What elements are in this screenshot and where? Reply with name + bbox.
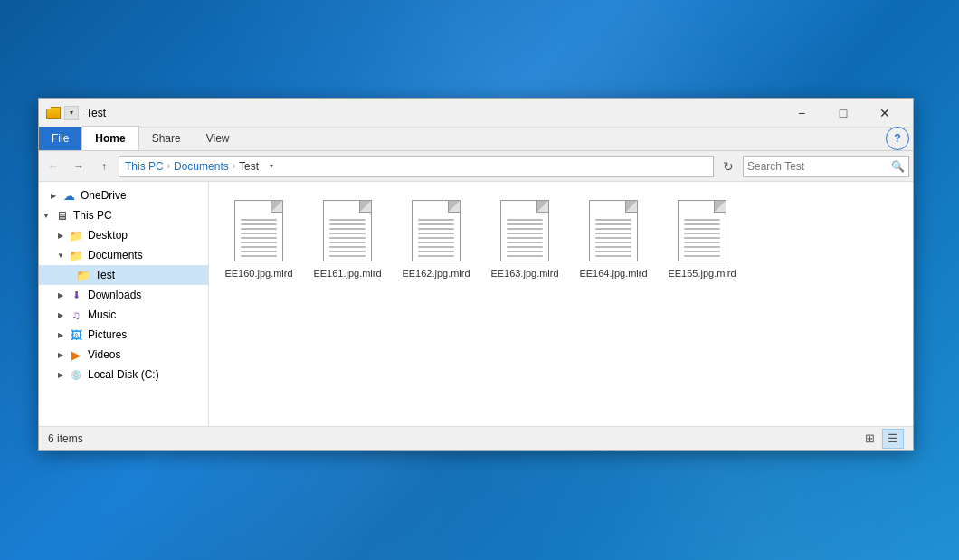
expand-icon-downloads[interactable]: ▶ [53,288,68,302]
forward-button[interactable]: → [68,156,90,177]
file-item-f2[interactable]: EE161.jpg.mlrd [307,191,388,286]
status-items-count: 6 items [48,432,859,445]
file-line [241,251,277,252]
file-icon [584,197,642,264]
expand-icon-onedrive[interactable]: ▶ [46,188,61,203]
tab-share[interactable]: Share [139,127,194,150]
file-line [241,237,277,239]
file-line [507,242,543,243]
back-button[interactable]: ← [43,156,64,177]
expand-icon-disk[interactable]: ▶ [53,367,68,382]
expand-icon-documents[interactable]: ▼ [53,248,68,262]
disk-icon: 💿 [68,367,84,382]
file-line [684,251,720,252]
tab-file[interactable]: File [39,127,81,150]
file-line [418,223,454,225]
file-line [507,251,543,252]
file-line [507,228,543,230]
sidebar-label-test: Test [95,269,115,281]
bc-test: Test [239,160,259,173]
tab-view[interactable]: View [194,127,242,150]
file-page [323,200,372,261]
file-name: EE161.jpg.mlrd [313,268,381,280]
sidebar: ▶ ☁ OneDrive ▼ 🖥 This PC ▶ 📁 Desktop [39,182,209,426]
file-line [595,228,631,230]
file-line [418,255,454,257]
bc-this-pc[interactable]: This PC [125,160,164,173]
file-line [329,228,366,230]
file-item-f5[interactable]: EE164.jpg.mlrd [573,191,654,286]
refresh-button[interactable]: ↻ [717,156,739,177]
file-line [595,223,631,225]
file-item-f4[interactable]: EE163.jpg.mlrd [484,191,565,286]
file-line [595,219,631,221]
sidebar-item-desktop[interactable]: ▶ 📁 Desktop [39,225,208,245]
onedrive-icon: ☁ [61,188,77,203]
close-button[interactable]: ✕ [864,99,906,128]
file-item-f3[interactable]: EE162.jpg.mlrd [395,191,477,286]
file-area: EE160.jpg.mlrd EE161.jpg.mlrd EE162.jpg.… [209,182,913,426]
sidebar-item-test[interactable]: 📁 Test [39,265,208,285]
tab-home[interactable]: Home [81,126,138,150]
sidebar-item-videos[interactable]: ▶ ▶ Videos [39,345,208,365]
title-bar: ▾ Test − □ ✕ [39,99,913,128]
tiles-view-button[interactable]: ⊞ [859,429,880,449]
quick-access-btn[interactable]: ▾ [64,106,79,120]
file-page [500,200,549,261]
sidebar-item-downloads[interactable]: ▶ ⬇ Downloads [39,285,208,305]
test-icon: 📁 [75,268,91,282]
file-item-f1[interactable]: EE160.jpg.mlrd [218,191,299,286]
search-input[interactable] [747,160,888,173]
minimize-button[interactable]: − [781,99,822,128]
window-title: Test [86,107,781,119]
address-bar: ← → ↑ This PC › Documents › Test ▾ ↻ 🔍 [39,151,913,182]
sidebar-item-pictures[interactable]: ▶ 🖼 Pictures [39,325,208,345]
file-line [329,223,366,225]
maximize-button[interactable]: □ [822,99,864,128]
file-name: EE163.jpg.mlrd [490,268,558,280]
search-icon[interactable]: 🔍 [891,160,905,173]
file-line [684,228,720,230]
file-icon [407,197,465,264]
breadcrumb-dropdown[interactable]: ▾ [262,157,280,176]
bc-documents[interactable]: Documents [174,160,229,173]
file-line [595,255,631,257]
search-bar[interactable]: 🔍 [743,156,909,177]
breadcrumb[interactable]: This PC › Documents › Test ▾ [119,156,714,177]
sidebar-label-local-disk: Local Disk (C:) [88,368,159,381]
sidebar-label-pictures: Pictures [88,328,127,341]
file-line [684,246,720,248]
expand-icon-this-pc[interactable]: ▼ [39,208,53,223]
sidebar-item-this-pc[interactable]: ▼ 🖥 This PC [39,205,208,225]
file-line [241,228,277,230]
sidebar-item-local-disk[interactable]: ▶ 💿 Local Disk (C:) [39,365,208,384]
file-line [241,255,277,257]
file-page [589,200,638,261]
status-bar: 6 items ⊞ ☰ [39,426,913,450]
file-line [507,233,543,234]
file-line [329,237,366,239]
up-button[interactable]: ↑ [93,156,115,177]
help-button[interactable]: ? [886,127,909,150]
file-line [329,246,366,248]
file-item-f6[interactable]: EE165.jpg.mlrd [661,191,743,286]
sidebar-label-downloads: Downloads [88,289,141,301]
details-view-button[interactable]: ☰ [882,429,904,449]
sidebar-item-onedrive[interactable]: ▶ ☁ OneDrive [39,185,208,205]
expand-icon-desktop[interactable]: ▶ [53,228,68,242]
file-page [234,200,283,261]
file-line [329,255,366,257]
expand-icon-pictures[interactable]: ▶ [53,327,68,342]
file-line [595,251,631,252]
expand-icon-music[interactable]: ▶ [53,308,68,322]
file-line [329,242,366,243]
sidebar-item-music[interactable]: ▶ ♫ Music [39,305,208,325]
videos-icon: ▶ [68,347,84,362]
file-page [412,200,461,261]
expand-icon-videos[interactable]: ▶ [53,347,68,362]
file-line [595,237,631,239]
file-line [595,246,631,248]
file-line [684,255,720,257]
downloads-icon: ⬇ [68,288,84,302]
sidebar-item-documents[interactable]: ▼ 📁 Documents [39,245,208,265]
